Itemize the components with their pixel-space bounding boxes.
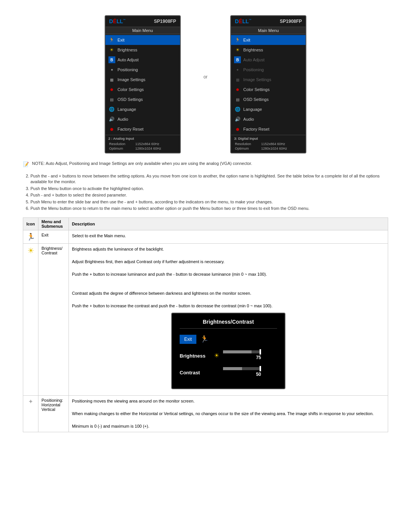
list-item[interactable]: ● Factory Reset bbox=[105, 124, 180, 134]
monitor-left: DÉLL™ SP1908FP Main Menu 🏃 Exit ☀ Bright… bbox=[105, 15, 181, 153]
language-icon-right: 🌐 bbox=[234, 106, 241, 113]
monitor-right-menu: 🏃 Exit ☀ Brightness B Auto Adjust ✦ Posi… bbox=[231, 34, 306, 135]
bc-contrast-slider-container: 50 bbox=[223, 367, 261, 378]
factory-reset-icon: ● bbox=[108, 126, 115, 133]
list-item[interactable]: ▤ OSD Settings bbox=[105, 94, 180, 104]
resolution-label: Resolution bbox=[109, 142, 135, 146]
menu-item-label: Exit bbox=[243, 38, 250, 42]
list-item[interactable]: 🔊 Audio bbox=[231, 114, 306, 124]
input-type-left: 2 : Analog Input bbox=[108, 137, 177, 141]
menu-item-label: OSD Settings bbox=[118, 97, 143, 102]
list-item: Push - and + button to select the desire… bbox=[30, 192, 388, 198]
optimum-label: Optimum bbox=[109, 147, 135, 150]
desc-cell-brightness: Brightness adjusts the luminance of the … bbox=[69, 244, 388, 396]
bc-brightness-thumb bbox=[260, 349, 261, 355]
auto-adjust-icon: B bbox=[108, 56, 115, 63]
audio-icon: 🔊 bbox=[108, 116, 115, 123]
menu-item-label: Color Settings bbox=[243, 87, 269, 92]
language-icon: 🌐 bbox=[108, 106, 115, 113]
note-icon: 📝 bbox=[23, 161, 29, 167]
bc-popup-title: Brightness/Contrast bbox=[180, 318, 277, 329]
list-item: Push the Menu button once to activate th… bbox=[30, 186, 388, 192]
list-item[interactable]: ▦ Image Settings bbox=[105, 75, 180, 85]
icon-cell-brightness: ☀ bbox=[23, 244, 38, 396]
image-settings-icon-right: ▦ bbox=[234, 76, 241, 83]
menu-cell-exit: Exit bbox=[38, 230, 69, 244]
menu-item-label: Audio bbox=[118, 117, 128, 121]
menu-item-label: Language bbox=[118, 107, 136, 112]
bc-contrast-row: Contrast ◑ 50 bbox=[180, 367, 277, 378]
bc-contrast-fill bbox=[223, 367, 242, 370]
bc-contrast-value: 50 bbox=[256, 371, 261, 378]
bc-exit-row: Exit 🏃 bbox=[180, 334, 277, 344]
menu-item-label: OSD Settings bbox=[243, 97, 269, 102]
list-item[interactable]: ☀ Brightness bbox=[105, 45, 180, 55]
settings-table: Icon Menu and Submenus Description 🏃 Exi… bbox=[23, 217, 388, 432]
menu-item-label: Image Settings bbox=[118, 77, 145, 82]
menu-item-label: Factory Reset bbox=[243, 127, 269, 131]
monitors-section: DÉLL™ SP1908FP Main Menu 🏃 Exit ☀ Bright… bbox=[23, 15, 388, 153]
footer-table-right: Resolution 1152x864 60Hz Optimum 1280x10… bbox=[234, 141, 303, 151]
monitor-left-header: DÉLL™ SP1908FP bbox=[105, 16, 180, 27]
list-item[interactable]: B Auto Adjust bbox=[231, 55, 306, 65]
menu-item-label: Auto Adjust bbox=[118, 58, 139, 62]
exit-icon-right: 🏃 bbox=[234, 37, 241, 43]
bc-exit-icon: 🏃 bbox=[200, 334, 209, 344]
list-item[interactable]: ● Color Settings bbox=[231, 85, 306, 94]
table-row: ✦ Positioning: Horizontal Vertical Posit… bbox=[23, 396, 388, 432]
footer-table-left: Resolution 1152x864 60Hz Optimum 1280x10… bbox=[108, 141, 177, 151]
resolution-value: 1152x864 60Hz bbox=[135, 142, 176, 146]
list-item[interactable]: 🏃 Exit bbox=[105, 35, 180, 45]
list-item[interactable]: ▤ OSD Settings bbox=[231, 94, 306, 104]
menu-cell-positioning: Positioning: Horizontal Vertical bbox=[38, 396, 69, 432]
table-row: 🏃 Exit Select to exit the Main menu. bbox=[23, 230, 388, 244]
bc-exit-btn[interactable]: Exit bbox=[180, 335, 196, 344]
osd-settings-icon-right: ▤ bbox=[234, 96, 241, 103]
audio-icon-right: 🔊 bbox=[234, 116, 241, 123]
bc-contrast-label: Contrast bbox=[180, 369, 210, 377]
monitor-right-footer: 3: Digital Input Resolution 1152x864 60H… bbox=[231, 135, 306, 153]
menu-item-label: Exit bbox=[118, 38, 124, 42]
color-settings-icon-right: ● bbox=[234, 86, 241, 93]
menu-item-label: Audio bbox=[243, 117, 254, 121]
list-item[interactable]: 🌐 Language bbox=[105, 104, 180, 114]
resolution-label-r: Resolution bbox=[235, 142, 260, 146]
menu-item-label: Image Settings bbox=[243, 77, 271, 82]
list-item[interactable]: 🌐 Language bbox=[231, 104, 306, 114]
menu-item-label: Brightness bbox=[243, 48, 263, 52]
optimum-value: 1280x1024 60Hz bbox=[135, 147, 176, 150]
menu-item-label: Color Settings bbox=[118, 87, 144, 92]
exit-icon: 🏃 bbox=[108, 37, 115, 43]
menu-item-label: Auto Adjust bbox=[243, 58, 264, 62]
bc-contrast-thumb bbox=[260, 366, 261, 371]
color-settings-icon: ● bbox=[108, 86, 115, 93]
table-header-menu: Menu and Submenus bbox=[38, 218, 69, 230]
positioning-table-icon: ✦ bbox=[28, 398, 33, 405]
list-item[interactable]: ☀ Brightness bbox=[231, 45, 306, 55]
table-row: ☀ Brightness/ Contrast Brightness adjust… bbox=[23, 244, 388, 396]
dell-logo-right: DÉLL™ bbox=[235, 18, 252, 24]
table-header-icon: Icon bbox=[23, 218, 38, 230]
brightness-contrast-popup: Brightness/Contrast Exit 🏃 Brightness ☀ bbox=[171, 313, 285, 389]
monitor-left-footer: 2 : Analog Input Resolution 1152x864 60H… bbox=[105, 135, 180, 153]
list-item[interactable]: 🔊 Audio bbox=[105, 114, 180, 124]
bc-brightness-fill bbox=[223, 350, 252, 353]
list-item[interactable]: 🏃 Exit bbox=[231, 35, 306, 45]
list-item[interactable]: ▦ Image Settings bbox=[231, 75, 306, 85]
menu-item-label: Brightness bbox=[118, 48, 137, 52]
list-item[interactable]: ✦ Positioning bbox=[105, 65, 180, 75]
osd-settings-icon: ▤ bbox=[108, 96, 115, 103]
instructions-list: Push the - and + buttons to move between… bbox=[23, 173, 388, 211]
optimum-label-r: Optimum bbox=[235, 147, 260, 150]
monitor-left-title: Main Menu bbox=[105, 27, 180, 34]
list-item[interactable]: B Auto Adjust bbox=[105, 55, 180, 65]
list-item[interactable]: ✦ Positioning bbox=[231, 65, 306, 75]
bc-brightness-label: Brightness bbox=[180, 352, 210, 360]
bc-brightness-row: Brightness ☀ 75 bbox=[180, 350, 277, 361]
image-settings-icon: ▦ bbox=[108, 76, 115, 83]
list-item[interactable]: ● Color Settings bbox=[105, 85, 180, 94]
list-item[interactable]: ● Factory Reset bbox=[231, 124, 306, 134]
bc-brightness-slider[interactable] bbox=[223, 350, 261, 353]
bc-contrast-slider[interactable] bbox=[223, 367, 261, 370]
positioning-icon-right: ✦ bbox=[234, 66, 241, 73]
